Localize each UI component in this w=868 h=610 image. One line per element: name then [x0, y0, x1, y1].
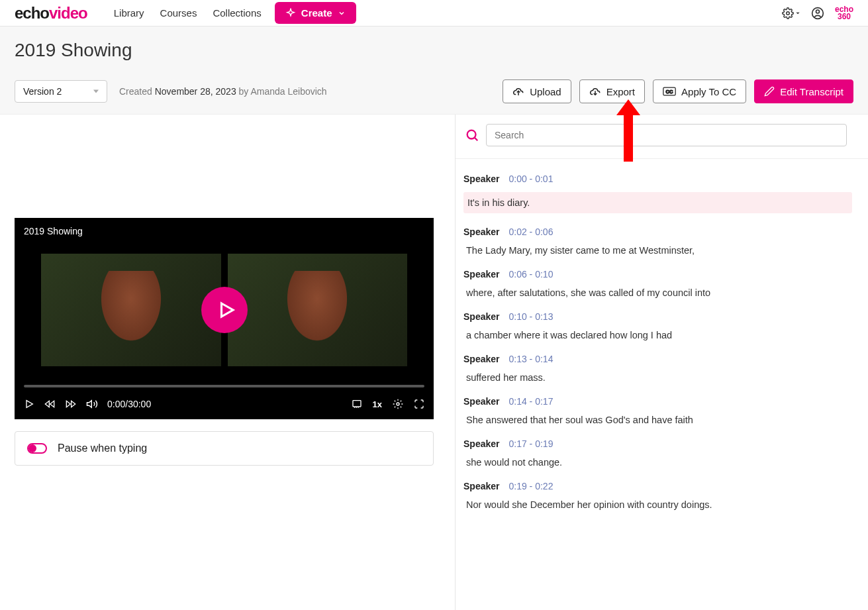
- segment-text[interactable]: a chamber where it was declared how long…: [463, 330, 852, 340]
- segment-speaker: Speaker: [463, 396, 499, 407]
- main-content: 2019 Showing 0:00/30:00: [0, 115, 868, 610]
- segment-header: Speaker0:19 - 0:22: [463, 481, 852, 491]
- segment-text[interactable]: She answered that her soul was God's and…: [463, 415, 852, 425]
- segment-text[interactable]: Nor would she December her opinion with …: [463, 499, 852, 510]
- rewind-icon[interactable]: [44, 399, 56, 409]
- search-row: [456, 115, 868, 159]
- segment-speaker: Speaker: [463, 227, 499, 237]
- transcript-segment[interactable]: Speaker0:10 - 0:13a chamber where it was…: [459, 305, 856, 347]
- echo360-logo[interactable]: echo360: [835, 6, 853, 21]
- segment-time: 0:13 - 0:14: [508, 354, 553, 364]
- transcript-segment[interactable]: Speaker0:17 - 0:19she would not change.: [459, 432, 856, 474]
- export-button[interactable]: Export: [579, 79, 645, 103]
- transcript-segment[interactable]: Speaker0:19 - 0:22Nor would she December…: [459, 474, 856, 517]
- sparkle-icon: [285, 8, 296, 19]
- segment-text[interactable]: The Lady Mary, my sister came to me at W…: [463, 245, 852, 256]
- play-icon: [217, 300, 236, 320]
- video-title: 2019 Showing: [15, 218, 434, 244]
- video-thumbnail-left: [41, 254, 221, 366]
- nav-courses[interactable]: Courses: [160, 7, 197, 19]
- user-icon[interactable]: [811, 7, 824, 20]
- search-input[interactable]: [486, 124, 847, 146]
- speed-control[interactable]: 1x: [373, 399, 382, 409]
- segment-time: 0:19 - 0:22: [508, 481, 553, 491]
- segment-time: 0:02 - 0:06: [508, 227, 553, 237]
- forward-icon[interactable]: [65, 399, 77, 409]
- segment-speaker: Speaker: [463, 269, 499, 280]
- segment-header: Speaker0:00 - 0:01: [463, 174, 852, 184]
- created-info: Created November 28, 2023 by Amanda Leib…: [119, 86, 327, 97]
- segment-text[interactable]: suffered her mass.: [463, 372, 852, 383]
- play-small-icon[interactable]: [24, 399, 34, 409]
- settings-small-icon[interactable]: [393, 399, 403, 409]
- pencil-icon: [764, 86, 775, 97]
- segment-text[interactable]: where, after salutations, she was called…: [463, 287, 852, 298]
- svg-marker-9: [26, 401, 32, 408]
- segment-speaker: Speaker: [463, 354, 499, 364]
- transcript-panel: Speaker0:00 - 0:01It's in his diary.Spea…: [456, 115, 868, 610]
- segment-header: Speaker0:10 - 0:13: [463, 311, 852, 322]
- segment-header: Speaker0:14 - 0:17: [463, 396, 852, 407]
- svg-rect-15: [353, 401, 361, 407]
- transcript-segment[interactable]: Speaker0:14 - 0:17She answered that her …: [459, 389, 856, 432]
- svg-line-19: [475, 138, 478, 141]
- segment-text[interactable]: It's in his diary.: [467, 197, 848, 208]
- segment-time: 0:06 - 0:10: [508, 269, 553, 280]
- segment-header: Speaker0:02 - 0:06: [463, 227, 852, 237]
- brand-logo[interactable]: echovideo: [15, 4, 87, 23]
- video-controls: 0:00/30:00 1x: [15, 387, 434, 419]
- volume-icon[interactable]: [86, 398, 98, 410]
- export-icon: [589, 85, 601, 97]
- pause-label: Pause when typing: [58, 442, 147, 454]
- version-select[interactable]: Version 2: [15, 80, 107, 103]
- video-player: 2019 Showing 0:00/30:00: [15, 218, 434, 419]
- transcript-segment[interactable]: Speaker0:00 - 0:01It's in his diary.: [459, 167, 856, 220]
- settings-dropdown[interactable]: [782, 7, 800, 19]
- caret-down-icon: [795, 11, 800, 16]
- fullscreen-icon[interactable]: [414, 399, 424, 409]
- svg-marker-12: [72, 401, 75, 407]
- segment-speaker: Speaker: [463, 481, 499, 491]
- svg-marker-8: [221, 303, 233, 317]
- svg-point-0: [787, 11, 790, 15]
- nav-collections[interactable]: Collections: [213, 7, 261, 19]
- nav-links: Library Courses Collections: [114, 7, 262, 19]
- cc-icon: CC: [663, 87, 676, 96]
- chevron-down-icon: [338, 9, 346, 17]
- page-subheader: 2019 Showing Version 2 Created November …: [0, 26, 868, 115]
- gear-icon: [782, 7, 794, 19]
- segment-header: Speaker0:13 - 0:14: [463, 354, 852, 364]
- apply-cc-button[interactable]: CC Apply To CC: [653, 79, 746, 103]
- transcript-segment[interactable]: Speaker0:06 - 0:10where, after salutatio…: [459, 262, 856, 305]
- svg-text:CC: CC: [666, 89, 673, 95]
- pause-when-typing-row: Pause when typing: [15, 431, 434, 466]
- segment-time: 0:14 - 0:17: [508, 396, 553, 407]
- segment-speaker: Speaker: [463, 438, 499, 449]
- nav-library[interactable]: Library: [114, 7, 144, 19]
- action-buttons: Upload Export CC Apply To CC Edit Transc…: [503, 79, 853, 103]
- svg-marker-10: [45, 401, 49, 407]
- video-panel: 2019 Showing 0:00/30:00: [0, 115, 456, 610]
- svg-point-17: [397, 403, 399, 405]
- play-button[interactable]: [201, 287, 248, 333]
- create-button[interactable]: Create: [275, 2, 356, 24]
- svg-point-3: [816, 10, 819, 13]
- transcript-segment[interactable]: Speaker0:13 - 0:14suffered her mass.: [459, 347, 856, 389]
- upload-button[interactable]: Upload: [503, 79, 571, 103]
- segment-speaker: Speaker: [463, 311, 499, 322]
- layout-icon[interactable]: [352, 399, 362, 409]
- video-timecode: 0:00/30:00: [107, 399, 151, 409]
- page-title: 2019 Showing: [15, 40, 853, 61]
- segment-time: 0:17 - 0:19: [508, 438, 553, 449]
- edit-transcript-button[interactable]: Edit Transcript: [754, 79, 853, 103]
- segment-text[interactable]: she would not change.: [463, 457, 852, 468]
- transcript-list[interactable]: Speaker0:00 - 0:01It's in his diary.Spea…: [456, 159, 868, 610]
- segment-header: Speaker0:17 - 0:19: [463, 438, 852, 449]
- upload-icon: [512, 85, 524, 97]
- svg-marker-1: [796, 12, 799, 14]
- pause-toggle[interactable]: [27, 443, 47, 454]
- nav-right: echo360: [782, 6, 853, 21]
- search-icon: [465, 128, 479, 142]
- segment-speaker: Speaker: [463, 174, 499, 184]
- transcript-segment[interactable]: Speaker0:02 - 0:06The Lady Mary, my sist…: [459, 220, 856, 262]
